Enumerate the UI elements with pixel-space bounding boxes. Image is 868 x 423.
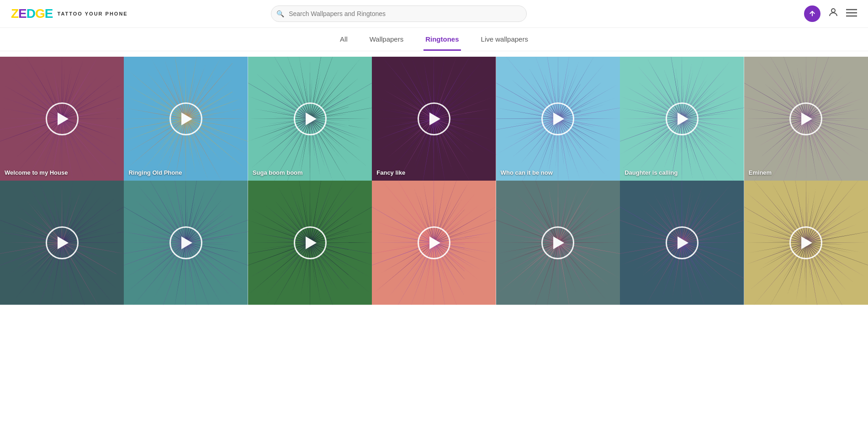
item-label: Eminem <box>749 169 772 176</box>
item-label: Who can it be now <box>501 169 553 176</box>
menu-button[interactable] <box>846 8 857 20</box>
grid-item[interactable] <box>496 181 620 305</box>
play-icon <box>677 236 688 249</box>
play-icon <box>306 112 317 125</box>
play-icon <box>801 112 812 125</box>
play-button[interactable] <box>789 226 822 259</box>
content-grid: Welcome to my HouseRinging Old PhoneSuga… <box>0 51 868 305</box>
item-label: Daughter is calling <box>625 169 677 176</box>
grid-item[interactable] <box>248 181 372 305</box>
play-button[interactable] <box>418 102 450 135</box>
search-input[interactable] <box>271 5 527 22</box>
grid-item[interactable]: Ringing Old Phone <box>124 57 248 181</box>
play-icon <box>429 236 440 249</box>
play-button[interactable] <box>666 102 699 135</box>
play-button[interactable] <box>666 226 699 259</box>
grid-item[interactable]: Suga boom boom <box>248 57 372 181</box>
nav-live-wallpapers[interactable]: Live wallpapers <box>479 28 530 51</box>
grid-item[interactable]: Eminem <box>744 57 868 181</box>
grid-item[interactable]: Who can it be now <box>496 57 620 181</box>
search-icon: 🔍 <box>276 10 284 17</box>
play-button[interactable] <box>418 226 450 259</box>
item-label: Suga boom boom <box>253 169 303 176</box>
logo-area: ZEDGE TATTOO YOUR PHONE <box>11 6 128 21</box>
grid-item[interactable] <box>0 181 124 305</box>
play-icon <box>58 112 69 125</box>
grid-item[interactable] <box>124 181 248 305</box>
play-icon <box>429 112 440 125</box>
play-button[interactable] <box>169 226 202 259</box>
nav-wallpapers[interactable]: Wallpapers <box>368 28 405 51</box>
play-icon <box>553 236 564 249</box>
grid-item[interactable]: Daughter is calling <box>620 57 744 181</box>
logo: ZEDGE <box>11 6 53 21</box>
play-button[interactable] <box>541 226 574 259</box>
nav-ringtones[interactable]: Ringtones <box>423 28 460 51</box>
play-button[interactable] <box>541 102 574 135</box>
item-label: Fancy like <box>376 169 405 176</box>
header: ZEDGE TATTOO YOUR PHONE 🔍 <box>0 0 868 28</box>
header-actions <box>804 5 857 22</box>
search-bar: 🔍 <box>271 5 527 22</box>
play-button[interactable] <box>169 102 202 135</box>
upload-button[interactable] <box>804 5 820 22</box>
play-button[interactable] <box>294 226 327 259</box>
play-icon <box>181 236 192 249</box>
tagline: TATTOO YOUR PHONE <box>58 11 128 16</box>
user-icon-button[interactable] <box>828 7 839 21</box>
main-nav: All Wallpapers Ringtones Live wallpapers <box>0 28 868 51</box>
play-icon <box>801 236 812 249</box>
play-button[interactable] <box>46 102 79 135</box>
play-icon <box>677 112 688 125</box>
grid-item[interactable]: Fancy like <box>372 57 496 181</box>
item-label: Welcome to my House <box>5 169 68 176</box>
play-icon <box>58 236 69 249</box>
play-button[interactable] <box>789 102 822 135</box>
grid-item[interactable] <box>744 181 868 305</box>
play-icon <box>306 236 317 249</box>
play-icon <box>553 112 564 125</box>
play-button[interactable] <box>294 102 327 135</box>
play-icon <box>181 112 192 125</box>
grid-item[interactable]: Welcome to my House <box>0 57 124 181</box>
item-label: Ringing Old Phone <box>128 169 182 176</box>
svg-point-0 <box>831 9 835 12</box>
grid-item[interactable] <box>620 181 744 305</box>
grid-item[interactable] <box>372 181 496 305</box>
play-button[interactable] <box>46 226 79 259</box>
nav-all[interactable]: All <box>338 28 349 51</box>
